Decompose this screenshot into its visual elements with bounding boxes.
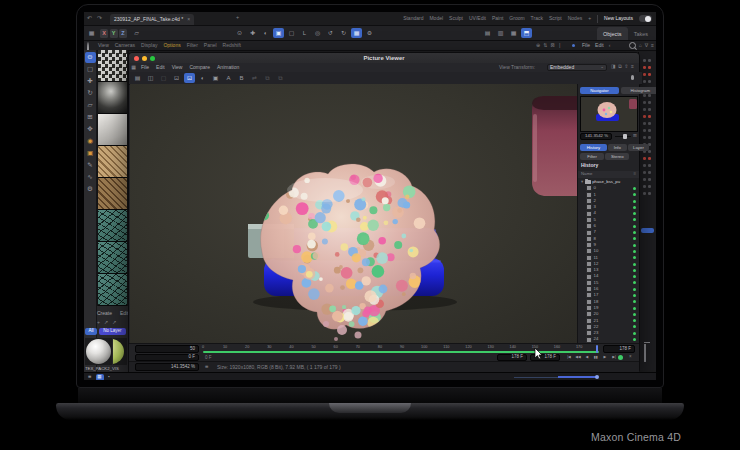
visibility-dot[interactable] <box>643 164 646 167</box>
pv-menu-animation[interactable]: Animation <box>217 65 239 70</box>
object-row[interactable] <box>639 113 656 120</box>
coordinates-tool[interactable]: ⊞ <box>85 112 96 123</box>
visibility-dot[interactable] <box>643 157 646 160</box>
object-row[interactable] <box>639 162 656 169</box>
layout-menu-paint[interactable]: Paint <box>492 16 503 21</box>
visibility-dot[interactable] <box>643 80 646 83</box>
render-dot[interactable] <box>648 164 651 167</box>
filter-icon[interactable]: ∇ <box>645 43 648 48</box>
column-options-icon[interactable]: ≡ <box>633 172 636 176</box>
object-row[interactable] <box>639 176 656 183</box>
transport-pause[interactable]: ▮▮ <box>592 354 600 361</box>
layout-menu-track[interactable]: Track <box>531 16 543 21</box>
render-dot[interactable] <box>648 122 651 125</box>
om-search-icon[interactable] <box>629 42 636 49</box>
render-dot[interactable] <box>648 157 651 160</box>
navigator-thumbnail[interactable] <box>580 96 638 132</box>
pv-grid-icon[interactable]: ▦ <box>129 64 138 72</box>
axis-lock-y[interactable]: Y <box>110 29 118 38</box>
viewport-menu-options[interactable]: Options <box>163 43 180 48</box>
render-dot[interactable] <box>648 66 651 69</box>
undo-icon[interactable]: ↶ <box>87 15 92 21</box>
visibility-dot[interactable] <box>643 66 646 69</box>
history-forward-icon[interactable]: ↻ <box>338 28 349 38</box>
object-row[interactable] <box>639 99 656 106</box>
render-picture-viewer-icon[interactable]: ⬒ <box>521 28 532 38</box>
render-dot[interactable] <box>648 115 651 118</box>
object-row[interactable] <box>639 134 656 141</box>
pick-material-icon[interactable]: ↗ <box>112 320 116 325</box>
panel-menu-icon[interactable]: ≡ <box>631 64 634 69</box>
render-dot[interactable] <box>648 94 651 97</box>
zoom-reset-icon[interactable]: ⊞ <box>633 134 637 139</box>
render-icon[interactable]: ▤ <box>482 28 493 38</box>
all-layers-button[interactable]: All <box>85 328 97 335</box>
snap-tool[interactable]: ✥ <box>85 124 96 135</box>
add-object-icon[interactable]: ⊕ <box>536 43 540 48</box>
viewport-menu-filter[interactable]: Filter <box>187 43 198 48</box>
zoom-100-icon[interactable]: ⊡ <box>171 73 182 83</box>
grid-snap-icon[interactable]: ▦ <box>351 28 362 38</box>
layout-menu-groom[interactable]: Groom <box>509 16 524 21</box>
pv-zoom-field[interactable]: 141.3542 % <box>135 363 199 371</box>
material-ball-selected[interactable] <box>85 338 112 365</box>
viewport-menu-view[interactable]: View <box>98 43 109 48</box>
material-thumb-7[interactable] <box>98 242 127 274</box>
om-edit-menu[interactable]: Edit <box>595 43 604 48</box>
render-dot[interactable] <box>648 101 651 104</box>
material-thumb-5[interactable] <box>98 178 127 210</box>
tab-filter[interactable]: Filter <box>580 153 604 160</box>
frame-icon[interactable]: ▢ <box>286 28 297 38</box>
render-dot[interactable] <box>648 178 651 181</box>
object-row[interactable] <box>639 57 656 64</box>
pv-menu-compare[interactable]: Compare <box>189 65 210 70</box>
layout-menu-standard[interactable]: Standard <box>403 16 423 21</box>
trash-icon[interactable] <box>644 344 646 362</box>
render-dot[interactable] <box>648 80 651 83</box>
range-start-field[interactable]: 0 F <box>135 354 199 362</box>
zoom-slider-knob[interactable] <box>623 134 627 139</box>
pv-canvas[interactable] <box>130 84 577 343</box>
object-row[interactable] <box>639 169 656 176</box>
compare-split-icon[interactable]: ◐ <box>197 73 208 83</box>
document-tab[interactable]: 230912_AP_FINAL_Take.c4d * × <box>110 14 194 25</box>
home-icon[interactable]: ⌂ <box>639 43 642 48</box>
visibility-dot[interactable] <box>643 94 646 97</box>
timeline-mini-range[interactable] <box>558 376 598 378</box>
render-region-icon[interactable]: ▥ <box>495 28 506 38</box>
timeline-close-icon[interactable]: × <box>629 355 632 360</box>
selection-tool[interactable]: ▢ <box>85 64 96 75</box>
tab-info[interactable]: Info <box>608 144 627 151</box>
render-dot[interactable] <box>648 171 651 174</box>
delete-icon[interactable]: ⊠ <box>550 43 554 48</box>
visibility-dot[interactable] <box>643 122 646 125</box>
redo-icon[interactable]: ↷ <box>97 15 102 21</box>
pv-menu-view[interactable]: View <box>172 65 183 70</box>
rotate-tool[interactable]: ↻ <box>85 88 96 99</box>
layers-icon[interactable]: ▣ <box>210 73 221 83</box>
grid-icon[interactable]: ▦ <box>86 28 97 38</box>
open-image-icon[interactable]: ▤ <box>132 73 143 83</box>
new-material-icon[interactable]: + <box>97 320 100 325</box>
tab-stereo[interactable]: Stereo <box>605 153 629 160</box>
transport-play-forward[interactable]: ▶ <box>601 354 609 361</box>
visibility-dot[interactable] <box>643 192 646 195</box>
render-dot[interactable] <box>648 185 651 188</box>
range-end-field[interactable]: 178 F <box>603 345 635 353</box>
list-icon[interactable]: ≡ <box>651 43 654 48</box>
history-frame-row[interactable]: 24 <box>578 336 639 342</box>
tab-history[interactable]: History <box>580 144 607 151</box>
name-column-header[interactable]: Name <box>581 172 592 176</box>
om-file-menu[interactable]: File <box>582 43 590 48</box>
visibility-dot[interactable] <box>643 59 646 62</box>
tab-navigator[interactable]: Navigator <box>580 87 619 94</box>
viewport-menu-display[interactable]: Display <box>141 43 157 48</box>
snap-icon[interactable]: ⊙ <box>234 28 245 38</box>
tab-histogram[interactable]: Histogram <box>621 87 656 94</box>
export-icon[interactable]: ⇧ <box>624 64 628 69</box>
transport-goto-start[interactable]: |◀ <box>565 354 573 361</box>
object-row[interactable] <box>639 106 656 113</box>
visibility-dot[interactable] <box>643 171 646 174</box>
list-view-icon[interactable]: ≣ <box>86 374 94 381</box>
transport-goto-end[interactable]: ▶| <box>610 354 618 361</box>
